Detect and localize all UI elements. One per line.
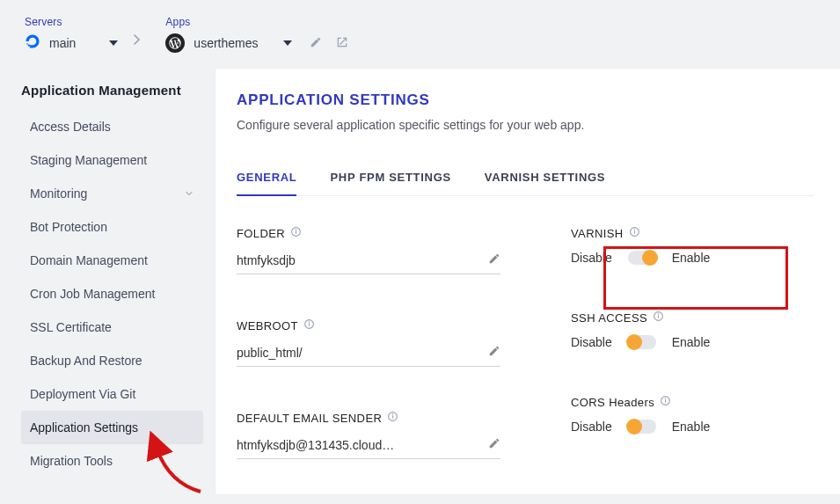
caret-down-icon[interactable] [283,40,292,46]
sidebar: Application Management Access Details St… [0,62,215,494]
cors-label: CORS Headers [571,396,654,409]
svg-point-2 [296,230,296,230]
webroot-label: WEBROOT [237,319,298,332]
varnish-label: VARNISH [571,227,624,240]
ssh-enable-label: Enable [672,335,711,349]
webroot-input[interactable]: public_html/ [237,340,500,367]
server-selector[interactable]: main [25,33,118,52]
servers-label: Servers [25,16,118,28]
edit-icon[interactable] [488,437,500,453]
folder-label: FOLDER [237,227,285,240]
cors-toggle[interactable] [628,420,656,434]
info-icon[interactable] [290,226,302,240]
app-selector-group: Apps userthemes [165,16,347,53]
ssh-label: SSH ACCESS [571,311,647,325]
email-value: htmfyksdjb@131435.cloud… [237,438,394,452]
sidebar-item-bot-protection[interactable]: Bot Protection [21,210,203,244]
cors-toggle-block: CORS Headers Disable Enable [571,395,800,434]
server-selector-group: Servers main [25,16,118,52]
page-description: Configure several application specific s… [237,118,814,132]
svg-point-11 [634,230,635,230]
webroot-value: public_html/ [237,346,303,360]
info-icon[interactable] [387,411,398,425]
svg-point-17 [665,398,666,399]
app-selector[interactable]: userthemes [165,33,347,53]
svg-point-8 [392,414,393,415]
varnish-disable-label: Disable [571,251,612,265]
varnish-toggle[interactable] [628,251,656,265]
chevron-right-icon [134,33,141,47]
svg-point-14 [658,314,659,315]
sidebar-item-cron-job-management[interactable]: Cron Job Management [21,277,203,310]
sidebar-heading: Application Management [21,83,203,98]
app-name: userthemes [194,36,258,50]
edit-icon[interactable] [310,36,322,51]
digitalocean-icon [25,33,40,52]
content-panel: APPLICATION SETTINGS Configure several a… [215,69,840,494]
sidebar-list: Access Details Staging Management Monito… [21,110,203,478]
info-icon[interactable] [629,226,640,240]
sidebar-item-access-details[interactable]: Access Details [21,110,203,143]
toggles-column: VARNISH Disable Enable SSH ACCESS [571,226,800,459]
tab-varnish-settings[interactable]: VARNISH SETTINGS [485,171,605,196]
cors-enable-label: Enable [672,420,711,434]
chevron-down-icon[interactable] [184,188,194,199]
email-field: DEFAULT EMAIL SENDER htmfyksdjb@131435.c… [237,411,500,459]
info-icon[interactable] [303,318,315,332]
svg-point-5 [309,322,310,323]
cors-disable-label: Disable [571,420,612,434]
sidebar-item-staging-management[interactable]: Staging Management [21,143,203,177]
fields-column: FOLDER htmfyksdjb WEBROOT [237,226,500,459]
webroot-field: WEBROOT public_html/ [237,318,500,367]
sidebar-item-backup-and-restore[interactable]: Backup And Restore [21,344,203,377]
tab-general[interactable]: GENERAL [237,171,296,196]
folder-value: htmfyksdjb [237,253,296,267]
ssh-toggle[interactable] [628,335,656,349]
sidebar-item-domain-management[interactable]: Domain Management [21,244,203,277]
ssh-toggle-block: SSH ACCESS Disable Enable [571,310,800,349]
wordpress-icon [165,33,185,53]
sidebar-item-migration-tools[interactable]: Migration Tools [21,444,203,478]
email-label: DEFAULT EMAIL SENDER [237,412,382,425]
edit-icon[interactable] [488,345,500,361]
breadcrumb-bar: Servers main Apps userthemes [0,0,840,62]
tab-php-fpm[interactable]: PHP FPM SETTINGS [330,171,450,196]
varnish-enable-label: Enable [672,251,711,265]
varnish-toggle-block: VARNISH Disable Enable [571,226,800,265]
sidebar-item-deployment-via-git[interactable]: Deployment Via Git [21,377,203,411]
folder-field: FOLDER htmfyksdjb [237,226,500,274]
edit-icon[interactable] [488,252,500,268]
info-icon[interactable] [660,395,671,409]
email-input[interactable]: htmfyksdjb@131435.cloud… [237,432,500,459]
open-external-icon[interactable] [336,36,348,51]
sidebar-item-application-settings[interactable]: Application Settings [21,411,203,444]
tabs: GENERAL PHP FPM SETTINGS VARNISH SETTING… [237,171,814,196]
caret-down-icon[interactable] [109,40,118,46]
ssh-disable-label: Disable [571,335,612,349]
sidebar-item-ssl-certificate[interactable]: SSL Certificate [21,310,203,344]
apps-label: Apps [165,16,347,28]
page-title: APPLICATION SETTINGS [237,91,814,109]
sidebar-item-monitoring[interactable]: Monitoring [21,177,203,210]
folder-input[interactable]: htmfyksdjb [237,247,500,274]
info-icon[interactable] [653,310,664,325]
server-name: main [49,36,76,50]
